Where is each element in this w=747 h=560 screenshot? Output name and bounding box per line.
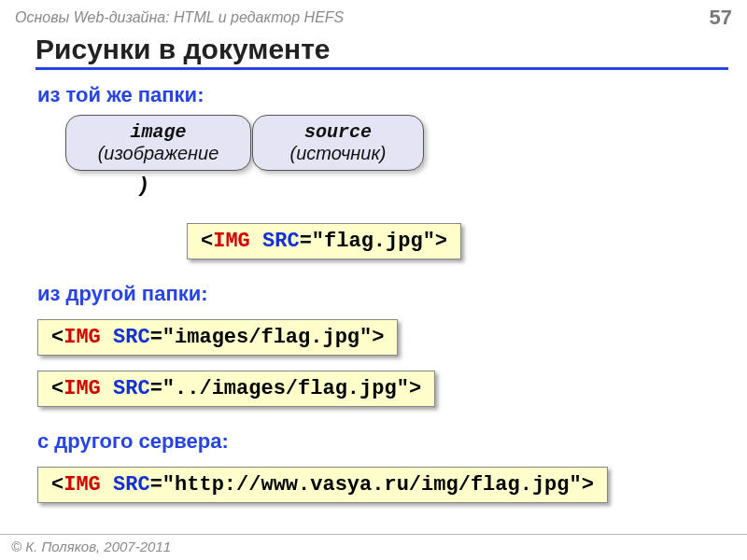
callout-row: image (изображение ) source (источник): [37, 115, 747, 217]
tok-attr: SRC: [262, 230, 300, 253]
callout-source-sub: (источник): [268, 143, 408, 164]
callout-source-title: source: [268, 121, 408, 143]
tok-tag: IMG: [213, 230, 250, 253]
code-remote-url: <IMG SRC="http://www.vasya.ru/img/flag.j…: [37, 467, 608, 503]
callout-image-tail: ): [140, 173, 147, 197]
tok-lt: <: [201, 230, 213, 253]
slide-header: Основы Web-дизайна: HTML и редактор HEFS…: [0, 0, 747, 32]
section-other-server: с другого сервера:: [37, 429, 747, 454]
callout-image-sub: (изображение: [81, 143, 235, 164]
slide-footer: © К. Поляков, 2007-2011: [0, 534, 747, 560]
code-same-folder: <IMG SRC="flag.jpg">: [187, 223, 461, 259]
tok-gt: >: [435, 230, 447, 253]
course-title: Основы Web-дизайна: HTML и редактор HEFS: [15, 9, 344, 26]
page-number: 57: [710, 6, 732, 30]
callout-source: source (источник): [252, 115, 424, 171]
callout-image-title: image: [81, 121, 235, 143]
section-same-folder: из той же папки:: [37, 83, 747, 107]
tok-value: "flag.jpg": [312, 230, 435, 253]
code-parent-folder: <IMG SRC="../images/flag.jpg">: [37, 371, 435, 407]
slide-title: Рисунки в документе: [35, 34, 728, 70]
code-subfolder: <IMG SRC="images/flag.jpg">: [37, 319, 398, 356]
section-other-folder: из другой папки:: [37, 282, 747, 306]
callout-image: image (изображение: [65, 115, 251, 171]
tok-eq: =: [300, 230, 312, 253]
